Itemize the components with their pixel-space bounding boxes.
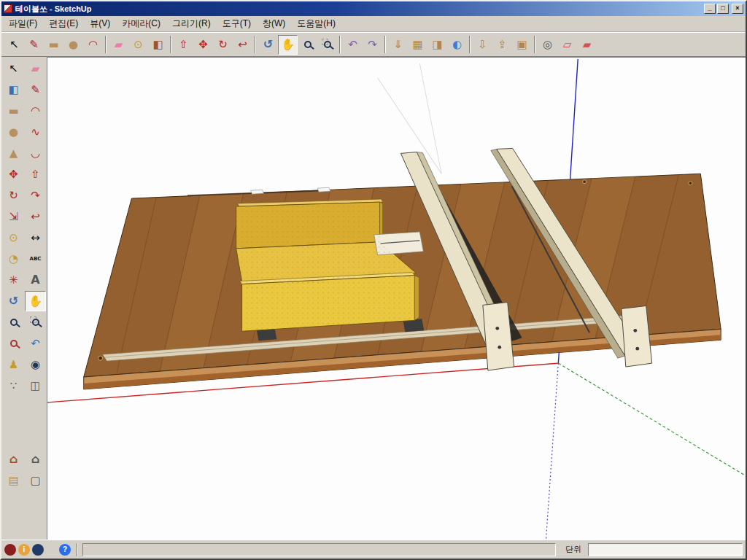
zoom-button[interactable] <box>298 35 317 55</box>
previous-view-button[interactable]: ↶ <box>343 35 363 55</box>
select-icon: ↖ <box>9 39 19 50</box>
lt-follow-me-button[interactable]: ↷ <box>25 185 46 206</box>
move-button[interactable]: ✥ <box>193 35 213 55</box>
lt-walk-button[interactable]: ∵ <box>3 376 24 396</box>
polygon-icon: ▲ <box>9 148 18 159</box>
share-model-button[interactable]: ⇪ <box>492 35 512 55</box>
lt-protractor-button[interactable]: ◔ <box>3 249 24 269</box>
lt-push-pull-button[interactable]: ⇧ <box>25 164 46 184</box>
components-button[interactable]: ▣ <box>512 35 532 55</box>
menu-window[interactable]: 창(W) <box>257 15 291 32</box>
rectangle-button[interactable]: ▬ <box>44 35 63 55</box>
lt-select-button[interactable]: ↖ <box>3 58 24 79</box>
menu-view[interactable]: 뷰(V) <box>84 15 116 32</box>
menu-help[interactable]: 도움말(H) <box>291 15 341 32</box>
arc-button[interactable]: ◠ <box>83 35 103 55</box>
model-viewport[interactable] <box>47 57 746 540</box>
compass-button[interactable]: ◎ <box>538 35 557 55</box>
eraser-icon: ▰ <box>115 39 123 50</box>
rectangle-icon: ▬ <box>48 39 58 50</box>
large-tool-set: ↖ ▰ ◧ ✎ ▬ ◠ ● ∿ ▲ ◡ ✥ ⇧ ↻ ↷ ⇲ ↩ ⊙ ↔ ◔ AB… <box>1 57 47 540</box>
text-icon: ABC <box>30 257 42 262</box>
push-pull-button[interactable]: ⇧ <box>174 35 193 55</box>
zoom-window-icon <box>324 41 331 48</box>
lt-house-outline-button[interactable]: ⌂ <box>25 449 46 470</box>
section-cut-button[interactable]: ▰ <box>577 35 597 55</box>
pan-button[interactable]: ✋ <box>278 35 298 55</box>
lt-scale-button[interactable]: ⇲ <box>3 206 24 227</box>
menu-draw[interactable]: 그리기(R) <box>166 15 217 32</box>
lt-tape-measure-button[interactable]: ⊙ <box>3 228 24 248</box>
toggle-terrain-button[interactable]: ▦ <box>408 35 427 55</box>
close-button[interactable]: × <box>732 4 743 14</box>
credits-status-icon[interactable]: i <box>18 544 30 556</box>
menu-camera[interactable]: 카메라(C) <box>116 15 166 32</box>
pan-hand-icon: ✋ <box>28 296 42 307</box>
lt-panel-button[interactable]: ▢ <box>25 470 46 491</box>
lt-look-around-button[interactable]: ◉ <box>25 354 46 375</box>
lt-pan-button[interactable]: ✋ <box>25 291 46 311</box>
lt-crate-button[interactable]: ▤ <box>3 470 24 491</box>
lt-eraser-button[interactable]: ▰ <box>25 58 46 79</box>
toolbar-separator <box>255 36 256 53</box>
lt-zoom-window-button[interactable] <box>25 312 46 332</box>
menu-tools[interactable]: 도구(T) <box>217 15 257 32</box>
lt-rotate-button[interactable]: ↻ <box>3 185 24 206</box>
get-models-button[interactable]: ⇩ <box>473 35 492 55</box>
next-view-icon: ↷ <box>368 39 377 50</box>
menu-file[interactable]: 파일(F) <box>3 15 43 32</box>
lt-previous-view-button[interactable]: ↶ <box>25 333 46 354</box>
lt-freehand-button[interactable]: ∿ <box>25 122 46 142</box>
lt-arc-button[interactable]: ◠ <box>25 101 46 121</box>
lt-circle-button[interactable]: ● <box>3 122 24 142</box>
zoom-window-icon <box>32 319 39 326</box>
menu-edit[interactable]: 편집(E) <box>43 15 84 32</box>
zoom-extents-icon <box>10 340 18 347</box>
toolbar-separator <box>105 36 107 53</box>
lt-text-button[interactable]: ABC <box>25 249 46 269</box>
lt-curve-button[interactable]: ◡ <box>25 143 46 163</box>
orbit-button[interactable]: ↺ <box>258 35 278 55</box>
lt-orbit-button[interactable]: ↺ <box>3 291 24 311</box>
lt-line-button[interactable]: ✎ <box>25 79 46 100</box>
lt-dimension-button[interactable]: ↔ <box>25 228 46 248</box>
lt-zoom-button[interactable] <box>3 312 24 332</box>
circle-button[interactable]: ● <box>63 35 83 55</box>
rotate-button[interactable]: ↻ <box>213 35 233 55</box>
minimize-button[interactable]: _ <box>704 4 716 14</box>
lt-polygon-button[interactable]: ▲ <box>3 143 24 163</box>
toolbar-separator <box>384 36 386 53</box>
lt-house-button[interactable]: ⌂ <box>3 449 24 470</box>
line-button[interactable]: ✎ <box>24 35 44 55</box>
zoom-window-button[interactable] <box>317 35 337 55</box>
lt-position-camera-button[interactable]: ♟ <box>3 354 24 375</box>
tape-measure-button[interactable]: ⊙ <box>128 35 148 55</box>
geolocation-status-icon[interactable] <box>4 544 16 556</box>
lt-offset-button[interactable]: ↩ <box>25 206 46 227</box>
paint-bucket-button[interactable]: ◧ <box>148 35 168 55</box>
zoom-icon <box>10 319 18 326</box>
lt-axes-button[interactable]: ✳ <box>3 270 24 290</box>
maximize-button[interactable]: □ <box>717 4 729 14</box>
signin-status-icon[interactable] <box>32 544 44 556</box>
select-button[interactable]: ↖ <box>4 35 24 55</box>
follow-me-icon: ↷ <box>31 190 40 201</box>
offset-button[interactable]: ↩ <box>233 35 252 55</box>
eraser-button[interactable]: ▰ <box>109 35 128 55</box>
section-plane-button[interactable]: ▱ <box>557 35 577 55</box>
table-saw-model-svg <box>47 58 746 540</box>
lt-3d-text-button[interactable]: A <box>25 270 46 290</box>
lt-section-plane-button[interactable]: ◫ <box>25 376 46 396</box>
measurement-input[interactable] <box>588 543 743 556</box>
titlebar[interactable]: 테이블쏘 - SketchUp _ □ × <box>1 1 746 16</box>
help-icon[interactable]: ? <box>59 544 71 556</box>
3d-text-icon: A <box>31 274 39 286</box>
next-view-button[interactable]: ↷ <box>363 35 382 55</box>
lt-paint-bucket-button[interactable]: ◧ <box>3 79 24 100</box>
photo-textures-button[interactable]: ◨ <box>427 35 447 55</box>
lt-move-button[interactable]: ✥ <box>3 164 24 184</box>
lt-zoom-extents-button[interactable] <box>3 333 24 354</box>
get-current-view-button[interactable]: ⇓ <box>388 35 408 55</box>
google-earth-button[interactable]: ◐ <box>447 35 467 55</box>
lt-rectangle-button[interactable]: ▬ <box>3 101 24 121</box>
